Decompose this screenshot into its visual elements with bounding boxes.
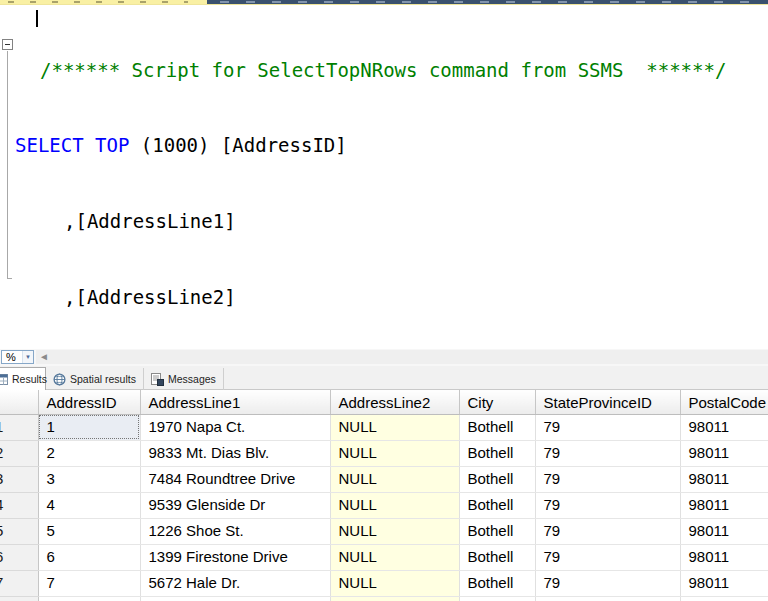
- tab-spatial-results-label: Spatial results: [70, 373, 136, 385]
- tab-spatial-results[interactable]: Spatial results: [46, 368, 144, 390]
- cell-addressid-selected[interactable]: 1: [38, 414, 140, 440]
- code-outline-line: [7, 51, 8, 278]
- cell-addressid[interactable]: 3: [38, 466, 140, 492]
- cell-addressid[interactable]: 6: [38, 544, 140, 570]
- col-header-addressline1[interactable]: AddressLine1: [140, 390, 330, 414]
- cell-postalcode[interactable]: 98011: [680, 440, 768, 466]
- cell-addressid[interactable]: 8: [38, 596, 140, 601]
- zoom-combo-value: %: [2, 351, 22, 363]
- editor-zoom-combo[interactable]: % ▼: [1, 350, 34, 364]
- sql-column-1: ,[AddressLine2]: [64, 286, 236, 308]
- col-header-addressline2[interactable]: AddressLine2: [330, 390, 459, 414]
- cell-city[interactable]: Bothell: [459, 518, 535, 544]
- code-line-select: SELECT TOP (1000) [AddressID]: [0, 133, 768, 158]
- code-collapse-minus-icon[interactable]: [2, 39, 13, 50]
- cell-stateprovinceid[interactable]: 79: [535, 414, 680, 440]
- cell-stateprovinceid[interactable]: 79: [535, 466, 680, 492]
- table-row: 5 5 1226 Shoe St. NULL Bothell 79 98011: [0, 518, 768, 544]
- table-row: 4 4 9539 Glenside Dr NULL Bothell 79 980…: [0, 492, 768, 518]
- row-header[interactable]: 8: [0, 596, 38, 601]
- cell-stateprovinceid[interactable]: 79: [535, 440, 680, 466]
- cell-addressline2[interactable]: NULL: [330, 596, 459, 601]
- table-row: 7 7 5672 Hale Dr. NULL Bothell 79 98011: [0, 570, 768, 596]
- results-grid: AddressID AddressLine1 AddressLine2 City…: [0, 390, 768, 601]
- grid-header-row: AddressID AddressLine1 AddressLine2 City…: [0, 390, 768, 414]
- tab-results[interactable]: Results: [0, 367, 46, 390]
- cell-city[interactable]: Bothell: [459, 440, 535, 466]
- row-header[interactable]: 6: [0, 544, 38, 570]
- cell-city[interactable]: Bothell: [459, 596, 535, 601]
- cell-addressline2[interactable]: NULL: [330, 414, 459, 440]
- table-row: 2 2 9833 Mt. Dias Blv. NULL Bothell 79 9…: [0, 440, 768, 466]
- results-grid-icon: [0, 373, 8, 386]
- cell-addressline1[interactable]: 1226 Shoe St.: [140, 518, 330, 544]
- sql-editor[interactable]: /****** Script for SelectTopNRows comman…: [0, 5, 768, 349]
- cell-stateprovinceid[interactable]: 79: [535, 570, 680, 596]
- cell-addressline2[interactable]: NULL: [330, 440, 459, 466]
- table-row: 1 1 1970 Napa Ct. NULL Bothell 79 98011: [0, 414, 768, 440]
- row-header[interactable]: 2: [0, 440, 38, 466]
- combo-dropdown-button[interactable]: ▼: [22, 351, 33, 363]
- globe-icon: [53, 373, 66, 386]
- cell-addressid[interactable]: 2: [38, 440, 140, 466]
- row-header[interactable]: 1: [0, 414, 38, 440]
- cell-stateprovinceid[interactable]: 79: [535, 596, 680, 601]
- cell-stateprovinceid[interactable]: 79: [535, 492, 680, 518]
- cell-stateprovinceid[interactable]: 79: [535, 544, 680, 570]
- cell-addressline2[interactable]: NULL: [330, 518, 459, 544]
- table-row-partial: 8 8 6387 Scenic Avenue NULL Bothell 79 9…: [0, 596, 768, 601]
- row-header[interactable]: 4: [0, 492, 38, 518]
- cell-addressid[interactable]: 4: [38, 492, 140, 518]
- cell-postalcode[interactable]: 98011: [680, 570, 768, 596]
- cell-postalcode[interactable]: 98011: [680, 492, 768, 518]
- horizontal-scrollbar[interactable]: ◄: [36, 350, 768, 364]
- cell-stateprovinceid[interactable]: 79: [535, 518, 680, 544]
- row-header[interactable]: 5: [0, 518, 38, 544]
- cell-addressline2[interactable]: NULL: [330, 492, 459, 518]
- tab-messages[interactable]: Messages: [144, 368, 224, 390]
- cell-postalcode[interactable]: 98011: [680, 466, 768, 492]
- cell-addressline1[interactable]: 9833 Mt. Dias Blv.: [140, 440, 330, 466]
- sql-comment: /****** Script for SelectTopNRows comman…: [40, 59, 726, 81]
- inactive-tabs-row: Spatial results Messages: [46, 368, 224, 390]
- cell-postalcode[interactable]: 98011: [680, 414, 768, 440]
- cell-addressline1[interactable]: 1970 Napa Ct.: [140, 414, 330, 440]
- cell-postalcode[interactable]: 98011: [680, 544, 768, 570]
- col-header-addressid[interactable]: AddressID: [38, 390, 140, 414]
- cell-city[interactable]: Bothell: [459, 414, 535, 440]
- cell-addressline1[interactable]: 1399 Firestone Drive: [140, 544, 330, 570]
- code-outline-tick: [7, 278, 12, 279]
- cell-addressid[interactable]: 7: [38, 570, 140, 596]
- cell-city[interactable]: Bothell: [459, 544, 535, 570]
- ssms-window: /****** Script for SelectTopNRows comman…: [0, 0, 768, 601]
- cell-addressline1[interactable]: 5672 Hale Dr.: [140, 570, 330, 596]
- cell-addressline1[interactable]: 7484 Roundtree Drive: [140, 466, 330, 492]
- table-row: 6 6 1399 Firestone Drive NULL Bothell 79…: [0, 544, 768, 570]
- cell-addressline1[interactable]: 9539 Glenside Dr: [140, 492, 330, 518]
- titlebar-text-remnant: [220, 1, 760, 3]
- cell-city[interactable]: Bothell: [459, 492, 535, 518]
- code-line-column: ,[AddressLine2]: [0, 285, 768, 310]
- col-header-city[interactable]: City: [459, 390, 535, 414]
- results-tab-bar: Results Spatial results: [0, 366, 768, 390]
- cell-addressline2[interactable]: NULL: [330, 466, 459, 492]
- cell-addressline2[interactable]: NULL: [330, 544, 459, 570]
- scroll-left-arrow-icon[interactable]: ◄: [39, 351, 49, 363]
- cell-addressid[interactable]: 5: [38, 518, 140, 544]
- cell-addressline1[interactable]: 6387 Scenic Avenue: [140, 596, 330, 601]
- row-header[interactable]: 3: [0, 466, 38, 492]
- cell-city[interactable]: Bothell: [459, 570, 535, 596]
- col-header-stateprovinceid[interactable]: StateProvinceID: [535, 390, 680, 414]
- cell-postalcode[interactable]: 98011: [680, 596, 768, 601]
- cell-postalcode[interactable]: 98011: [680, 518, 768, 544]
- editor-hscroll-row: % ▼ ◄: [0, 349, 768, 366]
- text-caret: [36, 10, 38, 27]
- row-header[interactable]: 7: [0, 570, 38, 596]
- grid-corner-cell[interactable]: [0, 390, 38, 414]
- cell-city[interactable]: Bothell: [459, 466, 535, 492]
- col-header-postalcode[interactable]: PostalCode: [680, 390, 768, 414]
- tab-results-label: Results: [12, 373, 47, 385]
- code-line-column: ,[AddressLine1]: [0, 209, 768, 234]
- cell-addressline2[interactable]: NULL: [330, 570, 459, 596]
- table-row: 3 3 7484 Roundtree Drive NULL Bothell 79…: [0, 466, 768, 492]
